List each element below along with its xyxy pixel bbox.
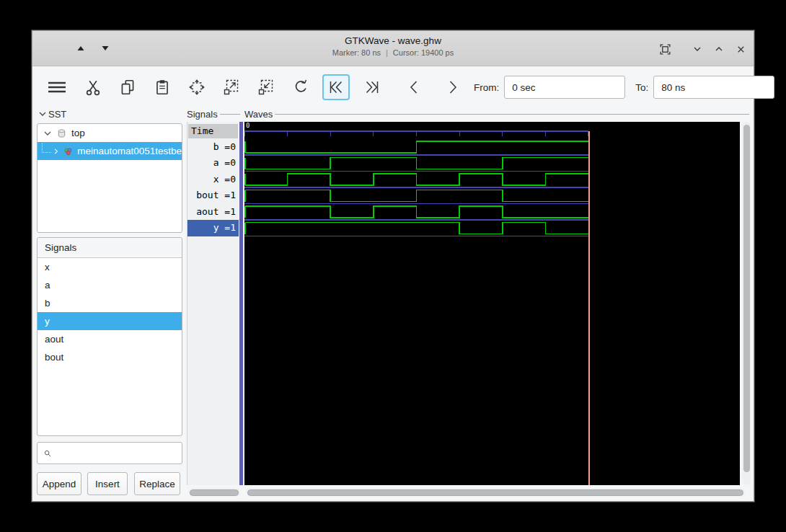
wave-canvas[interactable]: 0 — [244, 122, 740, 485]
waves-vertical-scrollbar-thumb[interactable] — [743, 125, 750, 472]
facility-list: Signals xabyaoutbout — [37, 237, 182, 436]
window-close-button[interactable] — [733, 41, 749, 57]
window-shade-button[interactable] — [689, 41, 705, 57]
fullscreen-icon — [659, 43, 671, 56]
close-icon — [736, 44, 746, 55]
waveform-svg — [244, 122, 740, 485]
window-unshade-button[interactable] — [711, 41, 727, 57]
insert-button[interactable]: Insert — [87, 472, 128, 495]
chevron-down-icon — [692, 43, 703, 55]
time-column-header[interactable]: Time — [188, 124, 238, 138]
titlebar[interactable]: GTKWave - wave.ghw Marker: 80 ns|Cursor:… — [32, 31, 754, 66]
expander-right-icon — [53, 147, 59, 156]
waves-vertical-scrollbar[interactable] — [742, 122, 751, 485]
window-title: GTKWave - wave.ghw — [177, 35, 609, 48]
wave-name-x[interactable]: x =0 — [187, 172, 239, 188]
subtitle-separator: | — [386, 48, 388, 57]
marker-readout: Marker: 80 ns — [332, 48, 381, 57]
names-horizontal-scrollbar[interactable] — [188, 488, 240, 497]
facility-item-aout[interactable]: aout — [37, 330, 182, 348]
tree-item-label: meinautomat0051testbe — [77, 146, 182, 156]
time-range-cluster: From: To: — [474, 74, 786, 101]
scissors-icon — [84, 78, 102, 97]
wave-name-y[interactable]: y =1 — [187, 220, 239, 236]
facility-items: xabyaoutbout — [37, 258, 182, 366]
triangle-up-icon — [76, 45, 85, 52]
menu-button[interactable] — [43, 74, 71, 100]
facility-item-y[interactable]: y — [37, 312, 182, 330]
facility-item-bout[interactable]: bout — [37, 348, 182, 366]
window-up-button[interactable] — [73, 40, 89, 56]
zoom-fit-icon — [187, 78, 206, 97]
facility-list-header: Signals — [37, 238, 182, 258]
triangle-down-icon — [101, 45, 110, 52]
sst-tree: top meinautomat0051testbe — [37, 123, 182, 233]
tree-guide-line — [42, 143, 51, 153]
desktop: GTKWave - wave.ghw Marker: 80 ns|Cursor:… — [0, 0, 786, 532]
window-fullscreen-button[interactable] — [657, 41, 673, 57]
sst-label-text: SST — [48, 109, 66, 120]
chevron-right-icon — [444, 78, 462, 97]
signals-panel-label: Signals — [187, 108, 240, 120]
zoom-in-icon — [222, 78, 241, 97]
zoom-fit-button[interactable] — [184, 74, 210, 100]
expander-down-icon — [38, 110, 47, 118]
titlebar-text: GTKWave - wave.ghw Marker: 80 ns|Cursor:… — [177, 35, 609, 58]
copy-button[interactable] — [115, 74, 141, 100]
from-field[interactable] — [504, 76, 625, 99]
undo-icon — [291, 78, 310, 97]
cursor-readout: Cursor: 19400 ps — [393, 48, 454, 57]
to-label: To: — [635, 82, 648, 93]
zoom-out-icon — [257, 78, 275, 97]
names-waves-divider[interactable] — [239, 122, 243, 485]
timeline-origin-label: 0 — [246, 122, 250, 129]
waves-panel-label: Waves — [244, 108, 749, 120]
undo-button[interactable] — [288, 74, 314, 100]
append-button[interactable]: Append — [37, 472, 81, 495]
facility-item-b[interactable]: b — [37, 294, 182, 312]
expander-down-icon — [43, 129, 52, 138]
facility-item-x[interactable]: x — [37, 258, 182, 276]
copy-icon — [118, 78, 137, 97]
zoom-out-button[interactable] — [253, 74, 279, 100]
zoom-to-start-button[interactable] — [322, 74, 350, 100]
facility-item-a[interactable]: a — [37, 276, 182, 294]
shift-left-button[interactable] — [402, 74, 426, 100]
skip-to-end-icon — [362, 78, 382, 97]
replace-button[interactable]: Replace — [134, 472, 180, 495]
wave-name-b[interactable]: b =0 — [187, 139, 239, 156]
window-subtitle: Marker: 80 ns|Cursor: 19400 ps — [177, 48, 609, 58]
wave-name-a[interactable]: a =0 — [187, 155, 239, 172]
signals-label-text: Signals — [187, 109, 218, 120]
skip-to-start-icon — [326, 78, 346, 97]
search-input[interactable] — [52, 442, 182, 464]
gtkwave-window: GTKWave - wave.ghw Marker: 80 ns|Cursor:… — [32, 30, 754, 502]
search-icon — [43, 447, 52, 460]
paste-button[interactable] — [149, 74, 175, 100]
chevron-up-icon — [713, 43, 725, 55]
waves-horizontal-scrollbar[interactable] — [246, 488, 745, 497]
from-label: From: — [474, 82, 499, 93]
wave-name-aout[interactable]: aout =1 — [187, 204, 239, 221]
zoom-to-end-button[interactable] — [358, 74, 386, 100]
waves-label-text: Waves — [244, 109, 273, 120]
signal-names-panel[interactable]: Time b =0a =0x =0bout =1aout =1y =1 — [187, 122, 239, 485]
toolbar: From: To: — [32, 68, 754, 106]
names-horizontal-scrollbar-thumb[interactable] — [190, 489, 239, 496]
tree-item-testbench[interactable]: meinautomat0051testbe — [37, 142, 182, 160]
window-down-button[interactable] — [97, 40, 113, 56]
tree-item-label: top — [71, 128, 85, 138]
wave-name-bout[interactable]: bout =1 — [187, 187, 239, 204]
sst-section-label[interactable]: SST — [38, 108, 181, 120]
zoom-in-button[interactable] — [218, 74, 244, 100]
shift-right-button[interactable] — [441, 74, 465, 100]
menu-icon — [46, 78, 68, 97]
to-field[interactable] — [653, 76, 774, 99]
waves-horizontal-scrollbar-thumb[interactable] — [247, 489, 743, 496]
signal-search[interactable] — [37, 442, 182, 464]
cut-button[interactable] — [80, 74, 106, 100]
component-icon — [63, 146, 73, 157]
tree-item-top[interactable]: top — [37, 124, 182, 142]
paste-icon — [153, 78, 172, 97]
database-icon — [56, 128, 67, 139]
